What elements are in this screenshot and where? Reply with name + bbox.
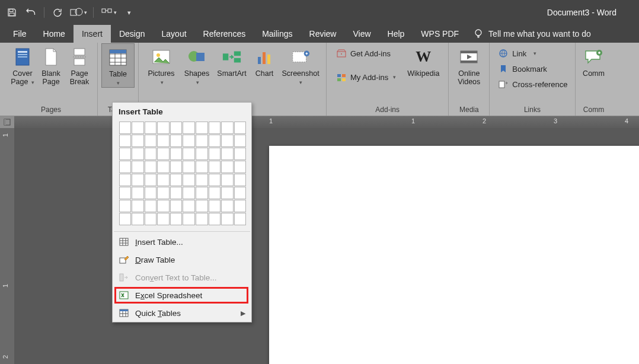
vertical-ruler[interactable]: 1 1 2 xyxy=(0,128,14,364)
grid-cell[interactable] xyxy=(157,174,170,186)
screenshot-button[interactable]: Screenshot▾ xyxy=(279,43,322,87)
grid-cell[interactable] xyxy=(132,213,144,225)
grid-cell[interactable] xyxy=(221,135,234,147)
grid-cell[interactable] xyxy=(183,174,195,186)
grid-cell[interactable] xyxy=(183,187,195,199)
tab-mailings[interactable]: Mailings xyxy=(254,25,301,43)
grid-cell[interactable] xyxy=(119,174,132,186)
bookmark-button[interactable]: Bookmark xyxy=(494,62,571,75)
grid-cell[interactable] xyxy=(132,122,144,134)
table-size-grid[interactable] xyxy=(113,119,251,230)
grid-cell[interactable] xyxy=(183,161,195,173)
grid-cell[interactable] xyxy=(221,174,234,186)
grid-cell[interactable] xyxy=(145,148,157,160)
tab-file[interactable]: File xyxy=(0,25,35,43)
grid-cell[interactable] xyxy=(209,135,221,147)
my-addins-button[interactable]: My Add-ins ▾ xyxy=(333,71,400,84)
grid-cell[interactable] xyxy=(196,174,208,186)
grid-cell[interactable] xyxy=(170,148,183,160)
page-break-button[interactable]: Page Break xyxy=(65,43,94,87)
grid-cell[interactable] xyxy=(221,187,234,199)
grid-cell[interactable] xyxy=(132,161,144,173)
grid-cell[interactable] xyxy=(183,135,195,147)
cross-reference-button[interactable]: Cross-reference xyxy=(494,78,571,91)
tab-design[interactable]: Design xyxy=(111,25,154,43)
table-button[interactable]: Table▾ xyxy=(101,43,135,88)
grid-cell[interactable] xyxy=(196,187,208,199)
grid-cell[interactable] xyxy=(234,135,247,147)
grid-cell[interactable] xyxy=(170,213,183,225)
grid-cell[interactable] xyxy=(221,148,234,160)
quick-tables-menuitem[interactable]: Quick Tables ▶ xyxy=(113,304,251,322)
grid-cell[interactable] xyxy=(157,187,170,199)
tab-help[interactable]: Help xyxy=(379,25,413,43)
grid-cell[interactable] xyxy=(209,161,221,173)
tab-view[interactable]: View xyxy=(344,25,379,43)
grid-cell[interactable] xyxy=(170,122,183,134)
grid-cell[interactable] xyxy=(145,122,157,134)
tab-insert[interactable]: Insert xyxy=(74,25,111,43)
grid-cell[interactable] xyxy=(145,161,157,173)
grid-cell[interactable] xyxy=(157,200,170,212)
grid-cell[interactable] xyxy=(119,213,132,225)
grid-cell[interactable] xyxy=(183,213,195,225)
insert-table-menuitem[interactable]: Insert Table... xyxy=(113,233,251,251)
grid-cell[interactable] xyxy=(209,174,221,186)
smartart-button[interactable]: SmartArt xyxy=(213,43,250,78)
grid-cell[interactable] xyxy=(157,213,170,225)
grid-cell[interactable] xyxy=(132,148,144,160)
grid-cell[interactable] xyxy=(196,122,208,134)
pictures-button[interactable]: Pictures▾ xyxy=(142,43,180,87)
online-videos-button[interactable]: Online Videos xyxy=(452,43,485,87)
grid-cell[interactable] xyxy=(234,200,247,212)
grid-cell[interactable] xyxy=(196,161,208,173)
grid-cell[interactable] xyxy=(234,187,247,199)
grid-cell[interactable] xyxy=(157,122,170,134)
grid-cell[interactable] xyxy=(196,200,208,212)
document-page[interactable] xyxy=(269,146,639,364)
grid-cell[interactable] xyxy=(209,148,221,160)
grid-cell[interactable] xyxy=(196,148,208,160)
grid-cell[interactable] xyxy=(234,174,247,186)
grid-cell[interactable] xyxy=(221,122,234,134)
grid-cell[interactable] xyxy=(157,148,170,160)
link-button[interactable]: Link ▾ xyxy=(494,47,571,60)
tab-home[interactable]: Home xyxy=(35,25,74,43)
grid-cell[interactable] xyxy=(221,161,234,173)
grid-cell[interactable] xyxy=(196,135,208,147)
shapes-button[interactable]: Shapes▾ xyxy=(180,43,213,87)
grid-cell[interactable] xyxy=(145,200,157,212)
grid-cell[interactable] xyxy=(119,135,132,147)
grid-cell[interactable] xyxy=(234,161,247,173)
get-addins-button[interactable]: Get Add-ins xyxy=(333,47,400,60)
grid-cell[interactable] xyxy=(119,148,132,160)
grid-cell[interactable] xyxy=(145,187,157,199)
ruler-corner[interactable] xyxy=(0,116,14,128)
grid-cell[interactable] xyxy=(170,135,183,147)
grid-cell[interactable] xyxy=(132,187,144,199)
tab-wps-pdf[interactable]: WPS PDF xyxy=(413,25,467,43)
grid-cell[interactable] xyxy=(170,187,183,199)
grid-cell[interactable] xyxy=(170,174,183,186)
page-area[interactable] xyxy=(14,128,639,364)
grid-cell[interactable] xyxy=(209,122,221,134)
grid-cell[interactable] xyxy=(209,213,221,225)
grid-cell[interactable] xyxy=(209,200,221,212)
grid-cell[interactable] xyxy=(145,213,157,225)
grid-cell[interactable] xyxy=(209,187,221,199)
grid-cell[interactable] xyxy=(132,135,144,147)
cover-page-button[interactable]: Cover Page ▾ xyxy=(8,43,37,87)
grid-cell[interactable] xyxy=(234,148,247,160)
grid-cell[interactable] xyxy=(132,200,144,212)
grid-cell[interactable] xyxy=(145,135,157,147)
grid-cell[interactable] xyxy=(234,213,247,225)
grid-cell[interactable] xyxy=(119,122,132,134)
grid-cell[interactable] xyxy=(119,161,132,173)
grid-cell[interactable] xyxy=(221,200,234,212)
tab-references[interactable]: References xyxy=(195,25,254,43)
wikipedia-button[interactable]: W Wikipedia xyxy=(402,43,445,78)
grid-cell[interactable] xyxy=(132,174,144,186)
blank-page-button[interactable]: Blank Page xyxy=(37,43,65,87)
grid-cell[interactable] xyxy=(183,122,195,134)
chart-button[interactable]: Chart xyxy=(250,43,279,78)
